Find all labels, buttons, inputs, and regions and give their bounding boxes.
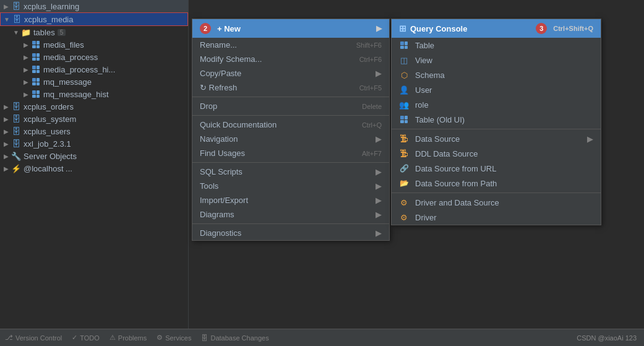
submenu-arrow-icon: ▶ bbox=[587, 134, 593, 144]
right-menu-item-data-source[interactable]: 🗜 Data Source ▶ bbox=[392, 131, 601, 146]
menu-item-import-export[interactable]: Import/Export ▶ bbox=[192, 193, 389, 207]
sidebar-item-xcplus-orders[interactable]: ▶ 🗄 xcplus_orders bbox=[0, 100, 188, 113]
right-menu-item-table[interactable]: Table bbox=[392, 38, 601, 53]
menu-item-diagrams[interactable]: Diagrams ▶ bbox=[192, 207, 389, 222]
menu-shortcut: Alt+F7 bbox=[362, 150, 382, 157]
sidebar-item-mq-message-hist[interactable]: ▶ mq_message_hist bbox=[0, 88, 188, 100]
sidebar-item-mq-message[interactable]: ▶ mq_message bbox=[0, 76, 188, 88]
arrow-icon: ▶ bbox=[2, 165, 10, 172]
db-icon: 🗄 bbox=[11, 126, 21, 136]
query-console-shortcut: Ctrl+Shift+Q bbox=[553, 25, 593, 32]
menu-item-rename[interactable]: Rename... Shift+F6 bbox=[192, 38, 389, 52]
menu-item-copy-paste[interactable]: Copy/Paste ▶ bbox=[192, 66, 389, 80]
right-menu-item-data-source-path[interactable]: 📂 Data Source from Path bbox=[392, 176, 601, 191]
bottom-bar-db-changes[interactable]: 🗄 Database Changes bbox=[201, 334, 268, 342]
badge-3: 3 bbox=[536, 23, 547, 34]
menu-label: Driver bbox=[415, 213, 437, 222]
submenu-arrow-icon: ▶ bbox=[376, 181, 382, 191]
arrow-icon: ▶ bbox=[2, 140, 10, 147]
todo-icon: ✓ bbox=[72, 334, 77, 342]
sidebar-item-label: xcplus_users bbox=[24, 127, 71, 136]
bottom-bar-problems[interactable]: ⚠ Problems bbox=[109, 334, 147, 342]
db-icon: 🗄 bbox=[11, 102, 21, 111]
menu-item-navigation[interactable]: Navigation ▶ bbox=[192, 132, 389, 146]
sidebar-item-label: tables bbox=[33, 28, 55, 37]
sidebar-item-xcplus-learning[interactable]: ▶ 🗄 xcplus_learning bbox=[0, 0, 188, 12]
table-icon bbox=[31, 52, 41, 62]
sidebar-item-xcplus-users[interactable]: ▶ 🗄 xcplus_users bbox=[0, 125, 188, 137]
sidebar-item-tables[interactable]: ▼ 📁 tables 5 bbox=[0, 26, 188, 38]
menu-new-header: 2 + New ▶ bbox=[192, 19, 389, 38]
menu-label: Modify Schema... bbox=[200, 54, 262, 64]
menu-label: Driver and Data Source bbox=[415, 198, 499, 207]
menu-new-label: + New bbox=[217, 24, 241, 33]
sidebar-item-label: xcplus_orders bbox=[24, 102, 74, 111]
sidebar-item-xcplus-system[interactable]: ▶ 🗄 xcplus_system bbox=[0, 113, 188, 125]
query-console-label: Query Console bbox=[410, 24, 467, 33]
sidebar-item-label: xcplus_learning bbox=[24, 2, 79, 11]
bottom-bar-todo[interactable]: ✓ TODO bbox=[72, 334, 100, 342]
menu-item-quick-doc[interactable]: Quick Documentation Ctrl+Q bbox=[192, 118, 389, 132]
right-menu-item-schema[interactable]: ⬡ Schema bbox=[392, 67, 601, 82]
menu-item-sql-scripts[interactable]: SQL Scripts ▶ bbox=[192, 165, 389, 179]
menu-label: Schema bbox=[415, 71, 445, 80]
bottom-bar-version-control[interactable]: ⎇ Version Control bbox=[5, 334, 62, 342]
role-icon: 👥 bbox=[399, 100, 409, 110]
sidebar-item-label: xcplus_system bbox=[24, 115, 76, 124]
right-menu-item-data-source-url[interactable]: 🔗 Data Source from URL bbox=[392, 161, 601, 176]
right-menu-item-view[interactable]: ◫ View bbox=[392, 53, 601, 67]
right-menu-item-driver[interactable]: ⚙ Driver bbox=[392, 210, 601, 225]
menu-label: View bbox=[415, 56, 432, 65]
menu-item-modify-schema[interactable]: Modify Schema... Ctrl+F6 bbox=[192, 52, 389, 66]
sidebar-item-server-objects[interactable]: ▶ 🔧 Server Objects bbox=[0, 150, 188, 162]
menu-separator bbox=[192, 223, 389, 224]
services-icon: ⚙ bbox=[157, 334, 163, 342]
sidebar-item-label: mq_message bbox=[43, 77, 92, 87]
sidebar-item-label: media_process_hi... bbox=[43, 65, 115, 74]
menu-item-drop[interactable]: Drop Delete bbox=[192, 99, 389, 113]
menu-item-refresh[interactable]: ↻ Refresh Ctrl+F5 bbox=[192, 80, 389, 95]
arrow-icon: ▶ bbox=[22, 78, 30, 85]
submenu-arrow-icon: ▶ bbox=[376, 69, 382, 78]
arrow-icon: ▶ bbox=[2, 152, 10, 160]
sidebar-item-media-files[interactable]: ▶ media_files bbox=[0, 38, 188, 51]
sidebar-item-media-process[interactable]: ▶ media_process bbox=[0, 51, 188, 63]
menu-label: Diagnostics bbox=[200, 228, 241, 238]
url-datasource-icon: 🔗 bbox=[399, 163, 409, 173]
menu-item-tools[interactable]: Tools ▶ bbox=[192, 179, 389, 193]
bottom-bar-services[interactable]: ⚙ Services bbox=[157, 334, 191, 342]
problems-icon: ⚠ bbox=[109, 334, 116, 342]
table-count-badge: 5 bbox=[58, 29, 66, 36]
right-menu-item-table-old[interactable]: Table (Old UI) bbox=[392, 112, 601, 127]
menu-label: Data Source from URL bbox=[415, 164, 497, 173]
sidebar-item-xcplus-media[interactable]: ▼ 🗄 xcplus_media bbox=[0, 12, 188, 26]
db-icon: 🗄 bbox=[11, 114, 21, 124]
context-menu-new: 2 + New ▶ Rename... Shift+F6 Modify Sche… bbox=[192, 19, 390, 241]
badge-2: 2 bbox=[200, 23, 211, 34]
sidebar-item-xxl-job[interactable]: ▶ 🗄 xxl_job_2.3.1 bbox=[0, 137, 188, 150]
right-menu-item-user[interactable]: 👤 User bbox=[392, 82, 601, 97]
ddl-icon: 🗜 bbox=[399, 149, 409, 158]
menu-item-diagnostics[interactable]: Diagnostics ▶ bbox=[192, 226, 389, 240]
table-icon bbox=[31, 89, 41, 99]
menu-label: User bbox=[415, 85, 432, 95]
sidebar-item-media-process-hi[interactable]: ▶ media_process_hi... bbox=[0, 63, 188, 76]
right-menu-item-driver-data-source[interactable]: ⚙ Driver and Data Source bbox=[392, 195, 601, 210]
bottom-bar-label: Services bbox=[165, 334, 191, 342]
right-menu-item-role[interactable]: 👥 role bbox=[392, 97, 601, 112]
sidebar-item-label: media_files bbox=[43, 40, 84, 50]
sidebar-item-localhost[interactable]: ▶ ⚡ @localhost ... bbox=[0, 162, 188, 175]
sidebar: ▶ 🗄 xcplus_learning ▼ 🗄 xcplus_media ▼ 📁… bbox=[0, 0, 189, 346]
arrow-icon: ▼ bbox=[3, 15, 11, 23]
menu-item-find-usages[interactable]: Find Usages Alt+F7 bbox=[192, 146, 389, 160]
bottom-bar-right-text: CSDN @xiaoAi 123 bbox=[577, 334, 637, 342]
arrow-icon: ▶ bbox=[2, 2, 10, 10]
datasource-icon: 🗜 bbox=[399, 134, 409, 144]
right-menu-item-ddl-data-source[interactable]: 🗜 DDL Data Source bbox=[392, 146, 601, 161]
menu-label: Copy/Paste bbox=[200, 69, 241, 78]
arrow-icon: ▶ bbox=[22, 66, 30, 73]
menu-label: Navigation bbox=[200, 134, 238, 144]
table-old-icon bbox=[399, 115, 409, 124]
bottom-bar-label: TODO bbox=[80, 334, 100, 342]
menu-shortcut: Delete bbox=[362, 103, 382, 110]
